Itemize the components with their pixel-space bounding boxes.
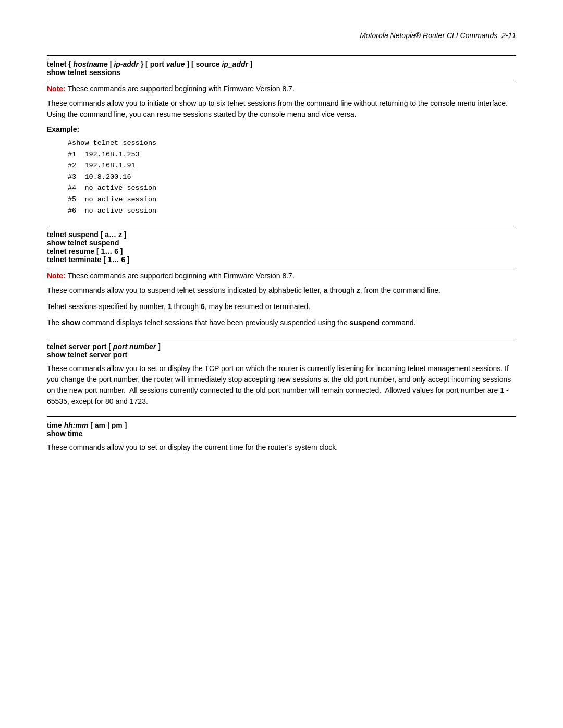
body-text-2c: The show command displays telnet session… (47, 317, 516, 328)
cmd-show-telnet-sessions: show telnet sessions (47, 68, 120, 77)
divider-2 (47, 226, 516, 226)
header-title: Motorola Netopia® Router CLI Commands (360, 31, 497, 40)
command-block-1: telnet { hostname | ip-addr } [ port val… (47, 60, 516, 77)
header-page: 2-11 (501, 31, 516, 40)
divider-1 (47, 55, 516, 56)
body-text-2a: These commands allow you to suspend teln… (47, 285, 516, 296)
section-time: time hh:mm [ am | pm ] show time These c… (47, 416, 516, 453)
note-2: Note: These commands are supported begin… (47, 272, 516, 280)
command-block-4: time hh:mm [ am | pm ] show time (47, 421, 516, 438)
command-block-3: telnet server port [ port number ] show … (47, 342, 516, 359)
code-block-1: #show telnet sessions #1 192.168.1.253 #… (68, 138, 516, 216)
body-text-3: These commands allow you to set or displ… (47, 363, 516, 407)
body-text-4: These commands allow you to set or displ… (47, 442, 516, 453)
note-1: Note: These commands are supported begin… (47, 84, 516, 93)
body-text-2b: Telnet sessions specified by number, 1 t… (47, 301, 516, 312)
section-telnet-server-port: telnet server port [ port number ] show … (47, 338, 516, 407)
divider-1b (47, 80, 516, 80)
cmd-telnet: telnet { hostname | ip-addr } [ port val… (47, 60, 253, 68)
page-header: Motorola Netopia® Router CLI Commands 2-… (47, 31, 516, 40)
divider-3 (47, 338, 516, 338)
cmd-telnet-terminate: telnet terminate [ 1… 6 ] (47, 255, 130, 264)
cmd-show-telnet-server-port: show telnet server port (47, 351, 127, 359)
cmd-telnet-server-port: telnet server port [ port number ] (47, 342, 161, 351)
cmd-show-time: show time (47, 429, 82, 438)
note-label-2: Note: (47, 272, 66, 280)
section-telnet-suspend: telnet suspend [ a… z ] show telnet susp… (47, 226, 516, 328)
divider-4 (47, 416, 516, 417)
cmd-telnet-resume: telnet resume [ 1… 6 ] (47, 247, 123, 255)
cmd-time: time hh:mm [ am | pm ] (47, 421, 127, 429)
command-block-2: telnet suspend [ a… z ] show telnet susp… (47, 230, 516, 264)
body-text-1: These commands allow you to initiate or … (47, 98, 516, 120)
example-label-1: Example: (47, 125, 516, 133)
divider-2b (47, 267, 516, 267)
cmd-telnet-suspend: telnet suspend [ a… z ] (47, 230, 127, 239)
note-text-2: These commands are supported beginning w… (68, 272, 295, 280)
section-telnet-sessions: telnet { hostname | ip-addr } [ port val… (47, 55, 516, 216)
page: Motorola Netopia® Router CLI Commands 2-… (0, 0, 563, 728)
cmd-show-telnet-suspend: show telnet suspend (47, 239, 119, 247)
note-label-1: Note: (47, 84, 66, 93)
note-text-1: These commands are supported beginning w… (68, 84, 295, 93)
